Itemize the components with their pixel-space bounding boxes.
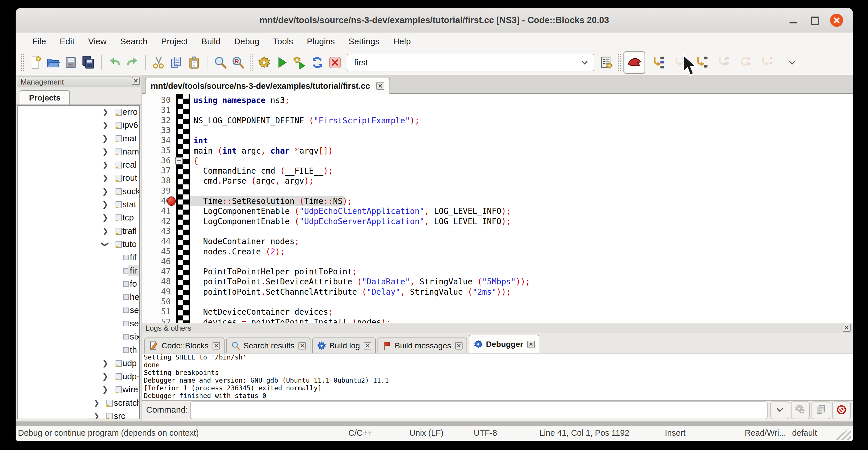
tree-item-wire[interactable]: ❯wire xyxy=(18,383,139,396)
fold-collapse-icon[interactable] xyxy=(175,157,183,164)
find-button[interactable] xyxy=(211,54,229,71)
tree-item-se[interactable]: se xyxy=(18,304,139,317)
close-icon[interactable] xyxy=(830,14,843,27)
editor-tab[interactable]: mnt/dev/tools/source/ns-3-dev/examples/t… xyxy=(145,78,390,94)
run-to-cursor-button[interactable] xyxy=(757,54,775,71)
chevron-right-icon[interactable]: ❯ xyxy=(102,213,108,222)
logs-tab-debugger[interactable]: Debugger✕ xyxy=(469,335,539,354)
redo-button[interactable] xyxy=(124,54,141,71)
command-input[interactable] xyxy=(190,401,768,419)
resize-grip[interactable] xyxy=(833,427,851,440)
search-combo[interactable]: first xyxy=(347,54,594,71)
chevron-right-icon[interactable]: ❯ xyxy=(102,187,108,196)
stop-debugger-button[interactable] xyxy=(832,401,851,419)
chevron-right-icon[interactable]: ❯ xyxy=(102,359,108,368)
breakpoint-margin[interactable] xyxy=(176,94,190,323)
toolbar-overflow-button[interactable] xyxy=(783,54,801,71)
chevron-right-icon[interactable]: ❯ xyxy=(102,200,108,209)
tree-item-nam[interactable]: ❯nam xyxy=(18,145,139,158)
tab-close-icon[interactable]: ✕ xyxy=(364,342,371,350)
next-line-button[interactable] xyxy=(649,54,667,71)
tree-item-six[interactable]: six xyxy=(18,330,139,343)
menu-debug[interactable]: Debug xyxy=(227,33,266,50)
next-instruction-button[interactable] xyxy=(714,54,732,71)
chevron-right-icon[interactable]: ❯ xyxy=(102,227,108,236)
tree-item-tuto[interactable]: ❯tuto xyxy=(18,238,139,251)
search-options-button[interactable] xyxy=(597,54,615,71)
tree-item-se[interactable]: se xyxy=(18,317,139,330)
command-history-dropdown[interactable] xyxy=(770,401,789,419)
chevron-down-icon[interactable]: ❯ xyxy=(101,241,110,247)
tree-item-src[interactable]: ❯src xyxy=(18,410,139,419)
build-and-run-button[interactable] xyxy=(291,54,308,71)
copy-button[interactable] xyxy=(167,54,185,71)
find-replace-button[interactable]: R xyxy=(229,54,247,71)
menu-settings[interactable]: Settings xyxy=(342,33,386,50)
tree-item-mat[interactable]: ❯mat xyxy=(18,132,139,145)
chevron-right-icon[interactable]: ❯ xyxy=(102,385,108,394)
breakpoint-marker[interactable] xyxy=(167,197,176,206)
code-editor[interactable]: 3031323334353637383940414243444546474849… xyxy=(142,94,853,323)
debugger-settings-button[interactable] xyxy=(791,401,810,419)
build-button[interactable] xyxy=(255,54,273,71)
tree-item-stat[interactable]: ❯stat xyxy=(18,198,139,211)
chevron-right-icon[interactable]: ❯ xyxy=(102,108,108,117)
menu-project[interactable]: Project xyxy=(154,33,195,50)
tab-projects[interactable]: Projects xyxy=(20,90,70,105)
menu-build[interactable]: Build xyxy=(195,33,227,50)
save-all-button[interactable] xyxy=(80,54,97,71)
chevron-right-icon[interactable]: ❯ xyxy=(102,147,108,156)
new-file-button[interactable] xyxy=(27,54,44,71)
tree-item-tcp[interactable]: ❯tcp xyxy=(18,211,139,224)
tree-item-ipv6[interactable]: ❯ipv6 xyxy=(18,119,139,132)
open-folder-button[interactable] xyxy=(44,54,62,71)
toolbar-grip[interactable] xyxy=(250,54,252,71)
chevron-right-icon[interactable]: ❯ xyxy=(93,412,100,419)
tree-item-th[interactable]: th xyxy=(18,343,139,357)
tree-item-sock[interactable]: ❯sock xyxy=(18,185,139,198)
cut-button[interactable] xyxy=(150,54,167,71)
menu-help[interactable]: Help xyxy=(386,33,418,50)
run-button[interactable] xyxy=(273,54,291,71)
copy-log-button[interactable] xyxy=(811,401,830,419)
tree-item-rout[interactable]: ❯rout xyxy=(18,172,139,185)
management-close-icon[interactable]: ✕ xyxy=(132,77,140,85)
chevron-right-icon[interactable]: ❯ xyxy=(102,134,108,143)
logs-tab-code-blocks[interactable]: Code::Blocks✕ xyxy=(144,337,224,354)
panel-separator[interactable] xyxy=(16,421,853,426)
tree-item-fo[interactable]: fo xyxy=(18,277,139,291)
menu-plugins[interactable]: Plugins xyxy=(300,33,342,50)
minimize-icon[interactable] xyxy=(787,14,800,27)
chevron-right-icon[interactable]: ❯ xyxy=(102,121,108,130)
logs-tab-build-log[interactable]: Build log✕ xyxy=(312,337,376,354)
paste-button[interactable] xyxy=(185,54,203,71)
tree-item-udp-[interactable]: ❯udp- xyxy=(18,370,139,383)
tab-close-icon[interactable]: ✕ xyxy=(527,341,535,348)
tree-item-real[interactable]: ❯real xyxy=(18,158,139,172)
menu-view[interactable]: View xyxy=(81,33,113,50)
logs-tab-build-messages[interactable]: Build messages✕ xyxy=(377,337,467,354)
toolbar-grip[interactable] xyxy=(618,54,621,71)
tab-close-icon[interactable]: ✕ xyxy=(213,342,220,350)
chevron-right-icon[interactable]: ❯ xyxy=(102,174,108,182)
chevron-right-icon[interactable]: ❯ xyxy=(93,399,100,408)
title-bar[interactable]: mnt/dev/tools/source/ns-3-dev/examples/t… xyxy=(16,8,853,33)
rebuild-button[interactable] xyxy=(308,54,326,71)
editor-tab-close-icon[interactable]: ✕ xyxy=(376,82,384,90)
chevron-right-icon[interactable]: ❯ xyxy=(102,160,108,169)
tree-item-he[interactable]: he xyxy=(18,291,139,304)
logs-close-icon[interactable]: ✕ xyxy=(843,324,850,332)
tree-item-udp[interactable]: ❯udp xyxy=(18,357,139,370)
menu-edit[interactable]: Edit xyxy=(53,33,81,50)
tab-close-icon[interactable]: ✕ xyxy=(299,342,306,350)
menu-file[interactable]: File xyxy=(25,33,53,50)
logs-tab-search-results[interactable]: Search results✕ xyxy=(226,337,310,354)
debugger-log-output[interactable]: Setting SHELL to '/bin/sh'doneSetting br… xyxy=(142,354,853,401)
tree-item-fif[interactable]: fif xyxy=(18,251,139,264)
tree-item-fir[interactable]: fir xyxy=(18,264,139,277)
step-into-instruction-button[interactable] xyxy=(736,54,753,71)
tree-item-erro[interactable]: ❯erro xyxy=(18,106,139,119)
maximize-icon[interactable] xyxy=(808,14,821,27)
menu-search[interactable]: Search xyxy=(114,33,154,50)
chevron-right-icon[interactable]: ❯ xyxy=(102,372,108,381)
